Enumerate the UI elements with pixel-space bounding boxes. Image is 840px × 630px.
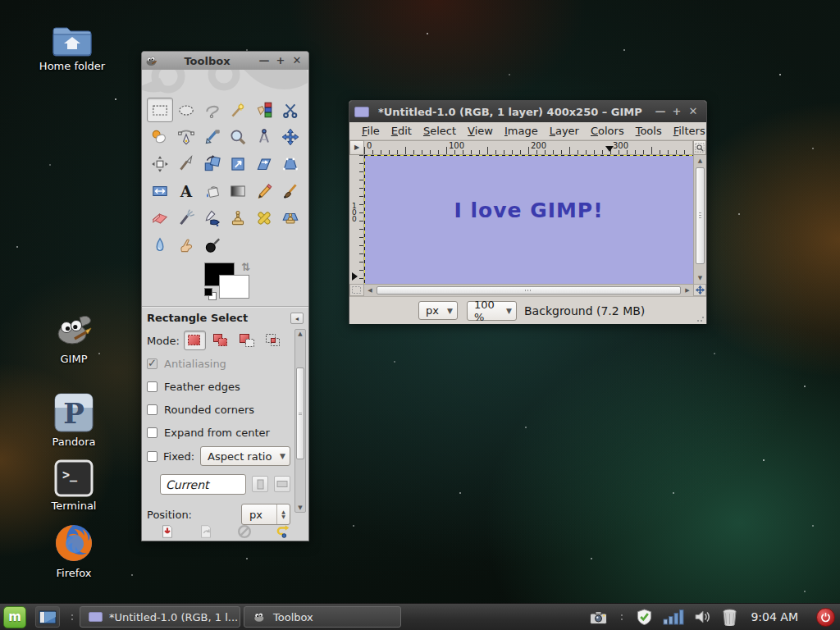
tool-free-select[interactable] [199, 98, 226, 122]
tool-scale[interactable] [226, 152, 252, 176]
tool-heal[interactable] [251, 206, 277, 231]
tool-text[interactable]: A [173, 179, 199, 203]
mode-add-button[interactable] [210, 331, 232, 350]
options-scrollbar[interactable]: ▲ ▼ [294, 329, 306, 513]
tool-scissors-select[interactable] [277, 98, 304, 122]
removable-media-icon[interactable] [722, 609, 737, 626]
tool-measure[interactable] [251, 125, 277, 149]
collapse-panel-button[interactable]: ◂ [290, 313, 304, 324]
close-button[interactable]: ✕ [685, 103, 701, 120]
scroll-right-icon[interactable]: ▶ [682, 285, 693, 296]
tool-airbrush[interactable] [173, 206, 199, 231]
tool-pencil[interactable] [251, 179, 277, 203]
tool-move[interactable] [277, 125, 304, 149]
window-menu-button[interactable]: ▶ [349, 140, 364, 155]
tool-ellipse-select[interactable] [173, 98, 199, 122]
tool-gradient[interactable] [226, 179, 252, 203]
minimize-button[interactable]: — [652, 103, 669, 120]
checkbox[interactable] [147, 381, 158, 392]
menu-button[interactable]: m [3, 606, 26, 628]
tool-eraser[interactable] [147, 206, 173, 231]
landscape-orientation-button[interactable] [274, 476, 290, 492]
desktop-icon-home-folder[interactable]: Home folder [30, 23, 115, 72]
toolbox-titlebar[interactable]: Toolbox — + ✕ [142, 52, 308, 70]
maximize-button[interactable]: + [669, 103, 685, 120]
scrollbar-thumb[interactable] [377, 286, 681, 294]
spinner-icon[interactable]: ▲▼ [276, 504, 290, 524]
tool-rectangle-select[interactable] [147, 98, 173, 122]
scrollbar-thumb[interactable] [696, 167, 705, 264]
horizontal-scrollbar[interactable]: ◀ ▶ [364, 284, 693, 296]
close-button[interactable]: ✕ [289, 52, 305, 69]
zoom-follow-window-button[interactable] [693, 140, 706, 155]
menu-layer[interactable]: Layer [544, 123, 585, 139]
tool-perspective-clone[interactable] [277, 206, 304, 231]
tool-paintbrush[interactable] [277, 179, 304, 203]
menu-image[interactable]: Image [499, 123, 544, 139]
option-expand-from-center[interactable]: Expand from center [147, 421, 290, 444]
zoom-combo[interactable]: 100 %▼ [467, 301, 517, 321]
volume-icon[interactable] [694, 609, 712, 624]
mode-intersect-button[interactable] [262, 331, 285, 350]
menu-colors[interactable]: Colors [585, 123, 630, 139]
canvas[interactable]: I love GIMP! [364, 155, 693, 284]
tool-blur-sharpen[interactable] [147, 233, 173, 258]
background-color-swatch[interactable] [219, 275, 249, 299]
scrollbar-thumb[interactable] [296, 368, 304, 459]
taskbar-window-toolbox[interactable]: Toolbox [244, 606, 401, 628]
minimize-button[interactable]: — [256, 52, 272, 69]
mode-replace-button[interactable] [184, 331, 206, 350]
screenshot-tool-icon[interactable] [589, 609, 608, 625]
scroll-down-icon[interactable]: ▼ [694, 275, 706, 281]
tool-select-by-color[interactable] [251, 98, 277, 122]
option-rounded-corners[interactable]: Rounded corners [147, 398, 290, 421]
tool-foreground-select[interactable] [147, 125, 173, 149]
tool-zoom[interactable] [226, 125, 252, 149]
scroll-up-icon[interactable]: ▲ [694, 158, 706, 164]
desktop-icon-pandora[interactable]: P Pandora [31, 392, 116, 448]
menu-filters[interactable]: Filters [668, 123, 706, 139]
show-desktop-button[interactable] [35, 606, 60, 628]
default-colors-icon[interactable] [204, 288, 217, 300]
aspect-ratio-input[interactable]: Current [160, 474, 246, 495]
scroll-up-icon[interactable]: ▲ [295, 331, 305, 337]
desktop-icon-terminal[interactable]: >_ Terminal [31, 459, 116, 512]
desktop-icon-firefox[interactable]: Firefox [31, 522, 116, 579]
image-window-titlebar[interactable]: *Untitled-1.0 (RGB, 1 layer) 400x250 – G… [349, 101, 706, 122]
menu-select[interactable]: Select [418, 123, 462, 139]
tool-clone[interactable] [226, 206, 252, 231]
unit-combo[interactable]: px▼ [418, 301, 458, 320]
menu-view[interactable]: View [462, 123, 499, 139]
maximize-button[interactable]: + [272, 52, 289, 69]
tool-flip[interactable] [147, 179, 173, 203]
checkbox[interactable] [147, 404, 158, 415]
taskbar-window-image[interactable]: *Untitled-1.0 (RGB, 1 l... [80, 606, 240, 628]
clock[interactable]: 9:04 AM [751, 610, 798, 623]
tool-shear[interactable] [251, 152, 277, 176]
update-manager-icon[interactable] [636, 608, 653, 626]
vertical-scrollbar[interactable]: ▲ ▼ [693, 155, 706, 284]
portrait-orientation-button[interactable] [252, 476, 268, 492]
tool-color-picker[interactable] [199, 125, 226, 149]
fixed-checkbox[interactable] [147, 451, 158, 462]
mode-subtract-button[interactable] [236, 331, 258, 350]
desktop-icon-gimp[interactable]: GIMP [31, 314, 116, 365]
tool-rotate[interactable] [199, 152, 226, 176]
menu-edit[interactable]: Edit [386, 123, 418, 139]
navigation-button[interactable] [693, 284, 706, 296]
resize-grip[interactable] [696, 314, 705, 322]
tool-fuzzy-select[interactable] [226, 98, 252, 122]
fixed-type-select[interactable]: Aspect ratio▼ [200, 446, 290, 466]
scroll-left-icon[interactable]: ◀ [364, 285, 376, 296]
tool-perspective[interactable] [277, 152, 304, 176]
tool-smudge[interactable] [173, 233, 199, 258]
tool-paths[interactable] [173, 125, 199, 149]
option-feather-edges[interactable]: Feather edges [147, 375, 290, 398]
network-signal-icon[interactable] [663, 609, 684, 625]
position-unit-combo[interactable]: px ▲▼ [241, 504, 290, 525]
tool-crop[interactable] [173, 152, 199, 176]
shutdown-button[interactable] [816, 608, 835, 627]
menu-file[interactable]: File [356, 123, 386, 139]
tool-bucket-fill[interactable] [199, 179, 226, 203]
tool-dodge-burn[interactable] [199, 233, 226, 258]
